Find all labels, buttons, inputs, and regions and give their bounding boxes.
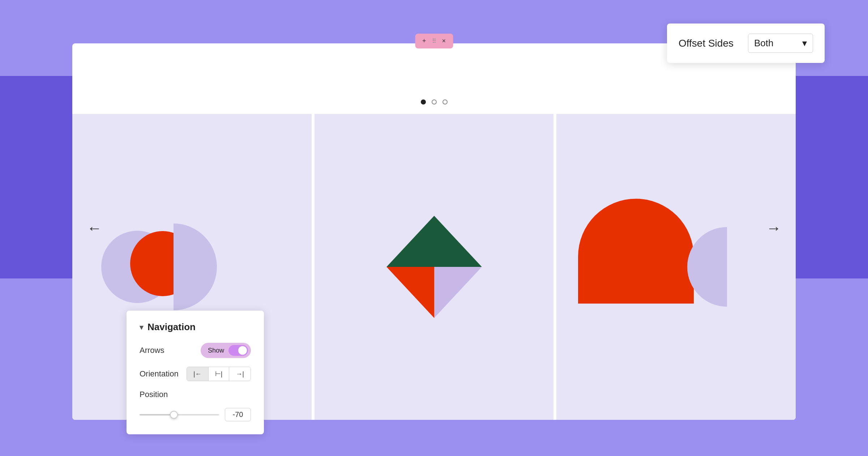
offset-sides-label: Offset Sides: [679, 38, 734, 49]
dots-navigation: [421, 99, 448, 105]
nav-panel-title-text: Navigation: [147, 321, 196, 333]
position-label: Position: [140, 390, 168, 399]
close-icon[interactable]: ×: [442, 37, 446, 45]
slide3-gray-halfcircle: [687, 227, 767, 307]
grid-icon[interactable]: ⠿: [432, 38, 436, 44]
orientation-label: Orientation: [140, 369, 179, 379]
dot-3[interactable]: [442, 99, 448, 105]
navigation-panel: ▾ Navigation Arrows Show Orientation |← …: [127, 311, 264, 434]
position-row: Position: [140, 390, 251, 399]
nav-arrow-left[interactable]: ←: [87, 220, 102, 237]
green-triangle: [386, 216, 482, 267]
slide2-graphic: [376, 209, 492, 325]
orientation-btn-left[interactable]: |←: [187, 367, 209, 381]
offset-sides-chevron: ▾: [802, 38, 807, 49]
slider-row: -70: [140, 408, 251, 421]
nav-arrow-right[interactable]: →: [766, 220, 781, 237]
slide3-red-semicircle: [578, 199, 694, 304]
toggle-knob: [238, 346, 247, 355]
toggle-switch[interactable]: [228, 345, 248, 356]
nav-panel-title: ▾ Navigation: [140, 321, 251, 333]
arrows-label: Arrows: [140, 346, 164, 355]
orientation-btn-center[interactable]: ⊢|: [209, 367, 230, 381]
offset-sides-panel: Offset Sides Both ▾: [667, 24, 825, 63]
nav-panel-collapse-arrow[interactable]: ▾: [140, 323, 143, 332]
dot-2[interactable]: [432, 99, 437, 105]
add-icon[interactable]: +: [422, 37, 426, 45]
slide-2: [312, 114, 557, 420]
slide-3: [556, 114, 796, 420]
top-toolbar[interactable]: + ⠿ ×: [415, 34, 453, 48]
offset-sides-value: Both: [754, 38, 774, 49]
orientation-row: Orientation |← ⊢| →|: [140, 367, 251, 381]
red-triangle: [386, 267, 434, 318]
orientation-button-group: |← ⊢| →|: [187, 367, 251, 381]
arrows-row: Arrows Show: [140, 343, 251, 358]
position-slider[interactable]: [140, 414, 219, 415]
slider-thumb[interactable]: [170, 411, 178, 419]
arrows-toggle[interactable]: Show: [201, 343, 251, 358]
slider-value[interactable]: -70: [225, 408, 251, 421]
toggle-show-label: Show: [204, 347, 228, 354]
offset-sides-select[interactable]: Both ▾: [748, 34, 813, 53]
right-accent-rect: [785, 76, 868, 278]
orientation-btn-right[interactable]: →|: [229, 367, 251, 381]
lavender-triangle: [434, 267, 482, 318]
slide1-half-circle: [174, 223, 217, 310]
left-accent-rect: [0, 76, 83, 278]
dot-1[interactable]: [421, 99, 426, 105]
